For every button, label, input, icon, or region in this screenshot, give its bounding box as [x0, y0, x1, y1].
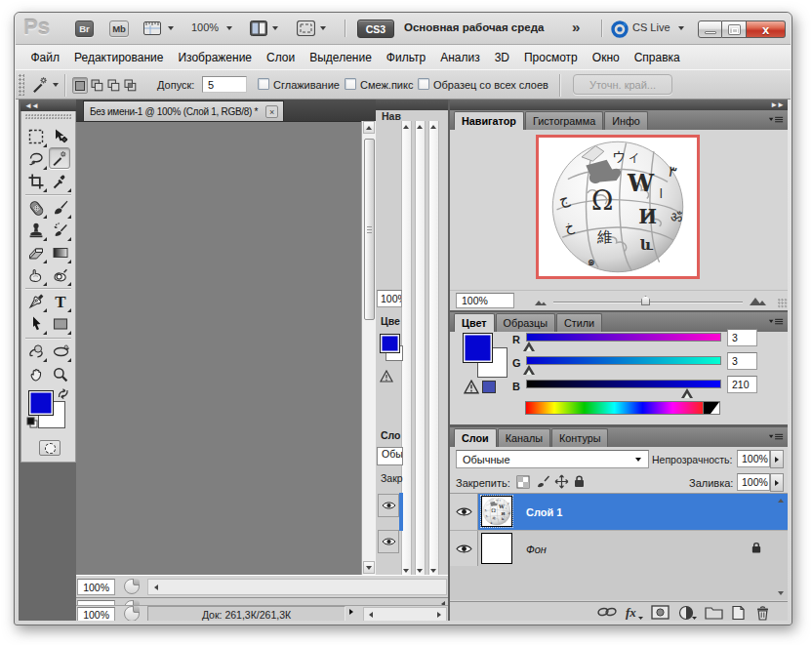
layer1-name[interactable]: Слой 1 — [526, 494, 562, 530]
lock-position-icon[interactable] — [554, 474, 569, 489]
red-value-box[interactable]: 3 — [727, 329, 757, 346]
tolerance-input[interactable]: 5 — [202, 76, 247, 93]
selection-mode-add[interactable] — [89, 77, 104, 94]
anti-alias-checkbox[interactable] — [258, 78, 269, 90]
rectangular-marquee-tool[interactable] — [25, 126, 47, 147]
zoom-tool[interactable] — [50, 364, 71, 385]
version-cue-icon[interactable] — [124, 579, 140, 594]
collapse-panels-icon[interactable]: ►► — [770, 101, 784, 109]
view-extras-dropdown-arrow[interactable] — [168, 26, 174, 30]
workspace-overflow-chevron[interactable]: » — [572, 19, 580, 35]
workspace-cs3-button[interactable]: CS3 — [357, 20, 394, 38]
minimize-button[interactable] — [698, 20, 722, 38]
tool-preset-dropdown-arrow[interactable] — [53, 83, 59, 87]
green-value-box[interactable]: 3 — [727, 352, 757, 370]
status-popup-arrow[interactable] — [349, 609, 353, 615]
menu-image[interactable]: Изображение — [171, 51, 260, 64]
cs-live-label[interactable]: CS Live — [632, 21, 670, 33]
document-vertical-scrollbar[interactable] — [361, 121, 376, 575]
document-close-icon[interactable]: × — [265, 105, 278, 118]
eyedropper-tool[interactable] — [50, 171, 71, 192]
tool-preset-wand-icon[interactable] — [30, 75, 50, 95]
arrange-documents-icon[interactable] — [250, 20, 267, 36]
document-tab[interactable]: Без имени-1 @ 100% (Слой 1, RGB/8) * × — [83, 101, 284, 121]
lasso-tool[interactable] — [25, 148, 47, 170]
layer-row-2[interactable]: Фон — [450, 530, 788, 566]
menu-window[interactable]: Окно — [585, 51, 627, 64]
healing-brush-tool[interactable] — [25, 197, 47, 219]
status-version-cue-icon[interactable] — [124, 606, 140, 621]
view-extras-icon[interactable] — [143, 21, 163, 36]
new-layer-icon[interactable] — [731, 605, 746, 621]
scroll-up-button[interactable] — [363, 121, 375, 134]
menu-select[interactable]: Выделение — [303, 51, 380, 64]
hand-tool[interactable] — [25, 364, 47, 385]
tab-color[interactable]: Цвет — [454, 313, 495, 332]
cs-live-dropdown-arrow[interactable] — [678, 26, 684, 30]
move-tool[interactable] — [50, 126, 71, 147]
launch-bridge-button[interactable]: Br — [75, 20, 94, 37]
menu-view[interactable]: Просмотр — [516, 51, 585, 64]
delete-layer-trash-icon[interactable] — [755, 605, 770, 621]
navigator-zoom-box[interactable]: 100% — [456, 293, 514, 308]
navigator-preview[interactable] — [536, 135, 700, 279]
tab-layers[interactable]: Слои — [454, 428, 497, 447]
layer-row-1[interactable]: Слой 1 — [450, 494, 788, 530]
magic-wand-tool[interactable] — [49, 147, 70, 169]
dodge-tool[interactable] — [50, 264, 71, 286]
screen-mode-icon[interactable] — [297, 20, 315, 36]
tab-styles[interactable]: Стили — [556, 313, 602, 332]
green-slider-thumb[interactable] — [523, 365, 535, 376]
blue-channel-slider[interactable] — [526, 380, 721, 388]
tab-navigator[interactable]: Навигатор — [454, 111, 524, 130]
layer1-visibility-cell[interactable] — [450, 494, 478, 530]
launch-mini-bridge-button[interactable]: Mb — [109, 20, 129, 37]
pen-tool[interactable] — [25, 291, 47, 312]
default-colors-icon[interactable] — [26, 417, 38, 428]
adjustment-layer-icon[interactable] — [678, 605, 698, 621]
layer2-name[interactable]: Фон — [526, 531, 547, 567]
color-panel-menu-icon[interactable] — [768, 318, 784, 326]
menu-layers[interactable]: Слои — [260, 51, 303, 64]
collapse-tools-icon[interactable]: ◄◄ — [24, 101, 38, 110]
document-hscrollbar[interactable] — [147, 579, 447, 595]
sample-all-layers-label[interactable]: Образец со всех слоев — [433, 79, 548, 91]
navigator-panel-menu-icon[interactable] — [768, 116, 784, 124]
tab-swatches[interactable]: Образцы — [496, 313, 555, 332]
document-zoom-box[interactable]: 100% — [77, 579, 115, 595]
layer-style-fx-icon[interactable]: fx — [625, 605, 646, 621]
zoom-dropdown-arrow[interactable] — [226, 26, 232, 30]
lock-all-icon[interactable] — [573, 474, 586, 488]
new-group-icon[interactable] — [705, 605, 723, 620]
anti-alias-label[interactable]: Сглаживание — [273, 79, 340, 91]
3d-orbit-tool[interactable] — [50, 341, 71, 362]
selection-mode-intersect[interactable] — [122, 77, 138, 94]
path-selection-tool[interactable] — [25, 313, 47, 335]
tab-paths[interactable]: Контуры — [551, 428, 608, 447]
navigator-resize-grip[interactable] — [778, 299, 788, 308]
brush-tool[interactable] — [50, 197, 71, 219]
options-grip[interactable] — [19, 74, 24, 96]
status-zoom-box[interactable]: 100% — [77, 607, 115, 621]
tab-histogram[interactable]: Гистограмма — [525, 111, 603, 130]
navigator-zoom-slider-thumb[interactable] — [641, 296, 650, 305]
workspace-name[interactable]: Основная рабочая среда — [404, 21, 544, 33]
eraser-tool[interactable] — [25, 242, 47, 263]
red-channel-slider[interactable] — [526, 333, 721, 342]
layer2-visibility-cell[interactable] — [450, 531, 478, 566]
zoom-in-mountains-icon[interactable] — [749, 296, 766, 306]
history-brush-tool[interactable] — [50, 220, 71, 241]
maximize-button[interactable] — [722, 20, 747, 38]
refine-edge-button[interactable]: Уточн. край... — [573, 74, 672, 95]
tools-panel-header[interactable]: ◄◄ — [20, 100, 76, 111]
arrange-documents-dropdown-arrow[interactable] — [272, 26, 278, 30]
color-ramp-bw-end[interactable] — [704, 401, 720, 415]
fill-spinner[interactable] — [770, 473, 784, 492]
lock-transparency-icon[interactable] — [516, 475, 530, 489]
document-canvas[interactable] — [76, 121, 361, 575]
opacity-spinner[interactable] — [770, 450, 784, 468]
type-tool[interactable]: T — [50, 291, 71, 312]
quick-mask-button[interactable] — [39, 440, 61, 456]
3d-rotate-tool[interactable] — [25, 341, 47, 362]
doc-size-readout[interactable]: Док: 261,3К/261,3К — [147, 606, 345, 621]
